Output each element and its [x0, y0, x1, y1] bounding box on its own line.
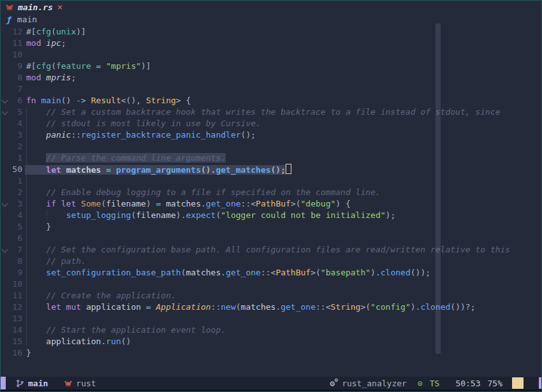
- code-line[interactable]: 16}: [1, 347, 542, 359]
- mode-indicator-block-right: [539, 377, 542, 389]
- code-token: )]: [76, 27, 86, 36]
- code-line[interactable]: 15 application.run(): [1, 336, 542, 347]
- code-area[interactable]: 12#[cfg(unix)]11mod ipc;109#[cfg(feature…: [1, 26, 542, 359]
- code-line[interactable]: 3 if let Some(filename) = matches.get_on…: [1, 198, 542, 210]
- code-line[interactable]: 12 let mut application = Application::ne…: [1, 301, 542, 313]
- code-line[interactable]: 6: [1, 233, 542, 244]
- code-token: [26, 187, 46, 197]
- line-number: 11: [10, 38, 22, 49]
- code-token: // Parse the command line arguments.: [46, 153, 226, 163]
- fold-gutter: [1, 129, 10, 141]
- code-line[interactable]: 7: [1, 83, 542, 95]
- tab-close-icon[interactable]: ×: [57, 3, 62, 11]
- code-token: (: [51, 61, 56, 71]
- code-line[interactable]: 9#[cfg(feature = "mpris")]: [1, 61, 542, 72]
- code-token: >(: [291, 199, 301, 208]
- code-text: // Enable debug logging to a file if spe…: [26, 187, 381, 198]
- code-line[interactable]: 1: [1, 175, 542, 187]
- code-token: main: [41, 96, 61, 105]
- status-line: main rust ⚙⚙ rust_analyzer ⊙ TS 50:53 75…: [1, 377, 542, 389]
- code-line[interactable]: 4 setup_logging(filename).expect("logger…: [1, 210, 542, 221]
- line-number: 6: [10, 95, 22, 106]
- filetype-label: rust: [76, 379, 96, 388]
- line-number: 4: [10, 210, 22, 221]
- scrollbar-thumb[interactable]: [436, 24, 441, 354]
- code-line[interactable]: 8 // path.: [1, 256, 542, 267]
- code-token: [26, 153, 46, 163]
- code-token: ) {: [335, 199, 350, 208]
- code-line[interactable]: 6fn main() -> Result<(), String> {: [1, 95, 542, 106]
- code-token: [26, 165, 46, 175]
- code-line[interactable]: 11mod ipc;: [1, 38, 542, 49]
- code-line[interactable]: 10: [1, 49, 542, 61]
- code-token: [26, 245, 46, 254]
- code-line[interactable]: 4 // stdout is most likely in use by Cur…: [1, 118, 542, 129]
- code-line[interactable]: 8mod mpris;: [1, 72, 542, 83]
- code-token: ->: [76, 96, 86, 105]
- fold-gutter: [1, 347, 10, 359]
- code-text: mod ipc;: [26, 38, 66, 49]
- fold-gutter: [1, 290, 10, 301]
- fold-gutter: [1, 267, 10, 279]
- code-token: // Start the application event loop.: [46, 325, 226, 335]
- line-number: 4: [10, 118, 22, 129]
- code-token: matches: [166, 199, 201, 208]
- code-token: }: [46, 222, 51, 231]
- fold-gutter: [1, 38, 10, 49]
- code-text: fn main() -> Result<(), String> {: [26, 95, 191, 106]
- fold-chevron-icon[interactable]: [1, 244, 10, 256]
- code-token: feature: [56, 61, 91, 71]
- code-token: ();: [271, 165, 286, 175]
- code-line[interactable]: 10: [1, 279, 542, 290]
- code-token: <(),: [121, 96, 146, 105]
- fold-chevron-icon[interactable]: [1, 198, 10, 210]
- code-token: String: [330, 302, 360, 312]
- code-token: program_arguments: [116, 165, 201, 175]
- code-token: cloned: [381, 268, 411, 277]
- line-number: 13: [10, 313, 22, 324]
- fold-chevron-icon[interactable]: [1, 95, 10, 106]
- code-token: [26, 222, 46, 231]
- line-number: 6: [10, 233, 22, 244]
- code-token: expect: [186, 210, 216, 220]
- line-number: 2: [10, 141, 22, 152]
- code-line[interactable]: 5 // Set a custom backtrace hook that wr…: [1, 106, 542, 118]
- tab-main-rs[interactable]: main.rs ×: [6, 3, 62, 12]
- code-token: ::<: [241, 199, 256, 208]
- code-line[interactable]: 1 // Parse the command line arguments.: [1, 152, 542, 164]
- mode-indicator-block: [1, 377, 6, 389]
- code-line[interactable]: 2: [1, 141, 542, 152]
- fold-chevron-icon[interactable]: [1, 106, 10, 118]
- code-line[interactable]: 13: [1, 313, 542, 324]
- treesitter-label: TS: [430, 379, 440, 388]
- code-token: ::: [71, 130, 81, 140]
- code-line[interactable]: 9 set_configuration_base_path(matches.ge…: [1, 267, 542, 279]
- code-token: =: [141, 302, 156, 312]
- code-token: ().: [201, 165, 216, 175]
- function-icon: ƒ: [6, 15, 11, 24]
- line-number: 50: [10, 164, 22, 175]
- code-line[interactable]: 3 panic::register_backtrace_panic_handle…: [1, 129, 542, 141]
- line-number: 3: [10, 198, 22, 210]
- code-text: // path.: [26, 256, 86, 267]
- code-line[interactable]: 50 let matches = program_arguments().get…: [1, 164, 542, 175]
- code-token: ())?;: [450, 302, 475, 312]
- code-line[interactable]: 2 // Enable debug logging to a file if s…: [1, 187, 542, 198]
- code-token: [26, 119, 46, 128]
- code-token: ::<: [316, 302, 330, 312]
- code-line[interactable]: 12#[cfg(unix)]: [1, 26, 542, 38]
- code-token: "logger could not be initialized": [221, 210, 385, 220]
- code-line[interactable]: 7 // Set the configuration base path. Al…: [1, 244, 542, 256]
- code-text: let mut application = Application::new(m…: [26, 301, 476, 313]
- code-token: ::: [211, 302, 221, 312]
- line-number: 9: [10, 61, 22, 72]
- scroll-percent: 75%: [488, 379, 502, 388]
- code-token: Some: [81, 199, 101, 208]
- code-line[interactable]: 14 // Start the application event loop.: [1, 324, 542, 336]
- git-branch-label[interactable]: main: [28, 379, 48, 388]
- code-token: "mpris": [106, 61, 141, 71]
- git-branch-icon: [16, 379, 24, 388]
- fold-gutter: [1, 221, 10, 233]
- code-line[interactable]: 5 }: [1, 221, 542, 233]
- code-line[interactable]: 11 // Create the application.: [1, 290, 542, 301]
